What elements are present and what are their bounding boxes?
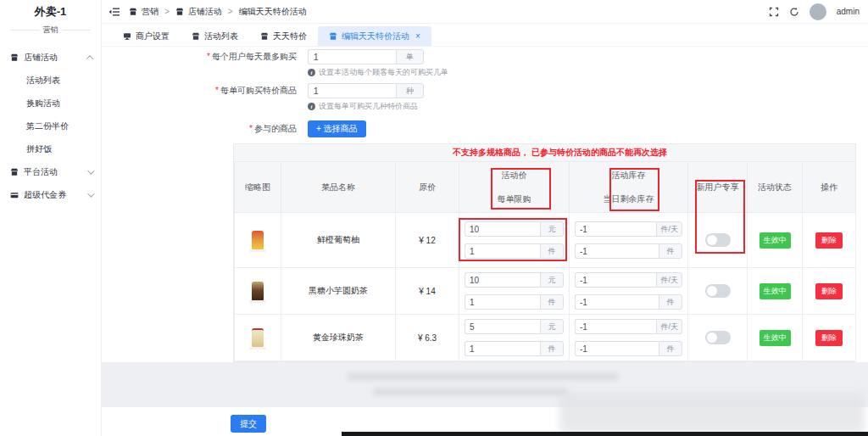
tab-label: 活动列表 bbox=[204, 31, 238, 42]
sidebar-item-label: 超级代金券 bbox=[24, 189, 87, 201]
unit-suffix: 件 bbox=[659, 341, 682, 356]
unit-suffix: 单 bbox=[396, 49, 424, 64]
sidebar-item-label: 拼好饭 bbox=[26, 143, 92, 155]
select-products-button[interactable]: + 选择商品 bbox=[308, 120, 366, 137]
edit-activity-form: *每个用户每天最多购买 单 i 设置本活动每个顾客每天的可购买几单 *每单可购买… bbox=[102, 47, 868, 362]
sidebar-item-super-voucher[interactable]: 超级代金券 bbox=[0, 183, 101, 206]
tab-activity-list[interactable]: 活动列表 bbox=[181, 26, 249, 46]
unit-suffix: 种 bbox=[396, 83, 424, 98]
form-row-items-per-order: *每单可购买特价商品 种 bbox=[102, 83, 868, 98]
remaining-stock-input[interactable] bbox=[575, 243, 659, 259]
tab-merchant-settings[interactable]: 商户设置 bbox=[112, 26, 181, 46]
col-original-price: 原价 bbox=[396, 162, 459, 213]
order-limit-input[interactable] bbox=[465, 341, 540, 356]
topbar: 营销 > 店铺活动 > 编辑天天特价活动 admin bbox=[102, 0, 868, 24]
table-row: 鲜橙葡萄柚 ¥ 12 元 件 件/天 件 生效中 删除 bbox=[235, 213, 856, 268]
new-user-toggle[interactable] bbox=[705, 331, 731, 344]
original-price: ¥ 6.3 bbox=[396, 315, 459, 361]
activity-stock-input[interactable] bbox=[575, 319, 656, 334]
remaining-stock-input[interactable] bbox=[575, 341, 659, 356]
delete-button[interactable]: 删除 bbox=[815, 330, 843, 346]
unit-suffix: 件 bbox=[540, 294, 564, 310]
shop-icon bbox=[175, 8, 184, 16]
order-limit-input[interactable] bbox=[465, 243, 540, 259]
new-user-toggle[interactable] bbox=[705, 233, 731, 247]
product-table: 不支持多规格商品， 已参与特价活动的商品不能再次选择 缩略图 菜品名称 原价 活… bbox=[233, 143, 856, 362]
col-action: 操作 bbox=[803, 162, 856, 213]
tab-daily-special[interactable]: 天天特价 bbox=[249, 26, 318, 46]
sidebar-nav: 店铺活动 活动列表 换购活动 第二份半价 拼好饭 平台活动 超级 bbox=[0, 46, 101, 206]
unit-suffix: 元 bbox=[540, 272, 564, 288]
sidebar-item-second-half-price[interactable]: 第二份半价 bbox=[0, 115, 101, 137]
remaining-stock-input[interactable] bbox=[575, 294, 659, 310]
blurred-watermark bbox=[559, 392, 865, 433]
col-status: 活动状态 bbox=[748, 162, 803, 213]
status-badge: 生效中 bbox=[760, 232, 791, 249]
sidebar-item-shop-activity[interactable]: 店铺活动 bbox=[0, 46, 101, 69]
sidebar-item-platform-activity[interactable]: 平台活动 bbox=[0, 160, 101, 183]
collapse-sidebar-icon[interactable] bbox=[108, 7, 120, 17]
sidebar-item-label: 第二份半价 bbox=[26, 120, 92, 132]
chevron-down-icon bbox=[87, 167, 94, 174]
unit-suffix: 件/天 bbox=[656, 319, 682, 334]
breadcrumb-item[interactable]: 店铺活动 bbox=[188, 6, 222, 18]
activity-price-input[interactable] bbox=[465, 221, 540, 237]
max-orders-input-group: 单 bbox=[308, 49, 424, 64]
tab-label: 天天特价 bbox=[273, 31, 307, 42]
breadcrumb-separator: > bbox=[228, 7, 233, 16]
submit-button[interactable]: 提交 bbox=[231, 415, 266, 433]
unit-suffix: 件/天 bbox=[656, 272, 682, 288]
col-new-user: 新用户专享 bbox=[688, 162, 748, 213]
new-user-toggle[interactable] bbox=[705, 284, 731, 298]
blurred-watermark bbox=[348, 373, 619, 380]
activity-stock-input[interactable] bbox=[575, 221, 656, 237]
fullscreen-icon[interactable] bbox=[769, 7, 779, 17]
field-hint: i 设置每单可购买几种特价商品 bbox=[308, 101, 868, 112]
chevron-down-icon bbox=[87, 190, 94, 197]
activity-price-input[interactable] bbox=[465, 272, 540, 288]
avatar[interactable] bbox=[810, 3, 826, 20]
breadcrumb-item[interactable]: 营销 bbox=[142, 6, 159, 18]
unit-suffix: 元 bbox=[540, 221, 564, 237]
form-row-products: *参与的商品 + 选择商品 bbox=[102, 120, 868, 137]
original-price: ¥ 12 bbox=[396, 213, 459, 268]
field-hint: i 设置本活动每个顾客每天的可购买几单 bbox=[308, 67, 868, 78]
breadcrumb: 营销 > 店铺活动 > 编辑天天特价活动 bbox=[129, 6, 307, 18]
sidebar-item-activity-list[interactable]: 活动列表 bbox=[0, 69, 101, 92]
dish-name: 黑糖小芋圆奶茶 bbox=[281, 268, 396, 315]
field-label: *每单可购买特价商品 bbox=[102, 85, 297, 97]
close-tab-icon[interactable]: × bbox=[415, 31, 420, 41]
info-icon: i bbox=[308, 103, 315, 110]
required-mark: * bbox=[249, 124, 253, 133]
shop-icon bbox=[10, 53, 19, 62]
table-row: 黄金珍珠奶茶 ¥ 6.3 元 件 件/天 件 生效中 删除 bbox=[235, 315, 856, 361]
sidebar-item-label: 活动列表 bbox=[26, 75, 92, 87]
shop-icon bbox=[260, 32, 269, 41]
order-limit-input[interactable] bbox=[465, 294, 540, 310]
col-activity-price: 活动价每单限购 bbox=[459, 162, 570, 213]
delete-button[interactable]: 删除 bbox=[815, 283, 843, 299]
required-mark: * bbox=[207, 52, 210, 61]
delete-button[interactable]: 删除 bbox=[815, 232, 843, 249]
blurred-watermark bbox=[373, 388, 568, 395]
status-badge: 生效中 bbox=[760, 330, 791, 346]
table-warning: 不支持多规格商品， 已参与特价活动的商品不能再次选择 bbox=[234, 144, 855, 161]
shop-icon bbox=[329, 32, 337, 41]
activity-stock-input[interactable] bbox=[575, 272, 656, 288]
username[interactable]: admin bbox=[837, 7, 860, 16]
sidebar-item-pinhaofan[interactable]: 拼好饭 bbox=[0, 137, 101, 160]
sidebar: 外卖-1 营销 店铺活动 活动列表 换购活动 第二份半价 拼好饭 平台活动 bbox=[0, 0, 102, 436]
max-orders-input[interactable] bbox=[308, 49, 396, 64]
col-activity-stock: 活动库存当日剩余库存 bbox=[570, 162, 688, 213]
sidebar-item-label: 店铺活动 bbox=[24, 52, 87, 64]
activity-price-input[interactable] bbox=[465, 319, 540, 334]
bottom-dark-strip bbox=[342, 432, 868, 436]
dish-name: 鲜橙葡萄柚 bbox=[281, 213, 396, 268]
unit-suffix: 件 bbox=[659, 294, 682, 310]
tab-edit-daily-special[interactable]: 编辑天天特价活动 × bbox=[318, 26, 431, 46]
items-per-order-input-group: 种 bbox=[308, 83, 424, 98]
unit-suffix: 件 bbox=[540, 243, 564, 259]
items-per-order-input[interactable] bbox=[308, 83, 396, 98]
sidebar-item-exchange-activity[interactable]: 换购活动 bbox=[0, 92, 101, 115]
refresh-icon[interactable] bbox=[789, 7, 799, 17]
